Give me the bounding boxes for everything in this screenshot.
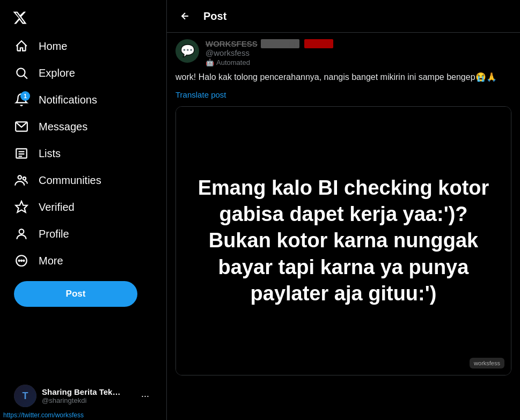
bell-icon: 1 — [14, 92, 29, 107]
status-bar: https://twitter.com/worksfess — [0, 410, 87, 420]
home-icon — [14, 39, 29, 54]
tweet-user-info: WORKSFESS ■■■■■■■■ ■■■■■■ @worksfess 🤖 A… — [206, 39, 334, 67]
sidebar-item-home[interactable]: Home — [6, 33, 160, 59]
translate-link[interactable]: Translate post — [175, 90, 226, 99]
image-card-content: Emang kalo BI checking kotor gabisa dape… — [176, 107, 511, 375]
sidebar-item-notifications[interactable]: 1 Notifications — [6, 87, 160, 113]
tweet-automated-label: 🤖 Automated — [206, 58, 334, 67]
mail-icon — [14, 119, 29, 134]
more-icon — [14, 253, 29, 268]
sidebar-item-profile[interactable]: Profile — [6, 221, 160, 247]
svg-point-12 — [19, 260, 20, 261]
profile-label: Profile — [39, 228, 69, 240]
avatar: T — [14, 385, 36, 407]
sidebar-item-verified[interactable]: Verified — [6, 194, 160, 220]
svg-point-7 — [18, 175, 22, 179]
page-title: Post — [203, 10, 226, 23]
notifications-label: Notifications — [39, 94, 97, 106]
post-button[interactable]: Post — [14, 281, 137, 307]
account-more-dots[interactable]: ··· — [141, 390, 149, 402]
avatar-letter: T — [23, 390, 28, 402]
sidebar-item-explore[interactable]: Explore — [6, 60, 160, 86]
tweet-content: work! Halo kak tolong pencerahannya, nan… — [175, 71, 511, 84]
person-icon — [14, 226, 29, 241]
account-handle: @sharingtekdi — [42, 396, 136, 404]
main-content: Post 💬 WORKSFESS ■■■■■■■■ ■■■■■■ @worksf… — [166, 0, 520, 420]
more-label: More — [39, 255, 63, 267]
automated-text: Automated — [216, 58, 250, 67]
sidebar-item-lists[interactable]: Lists — [6, 141, 160, 166]
sidebar-item-communities[interactable]: Communities — [6, 167, 160, 193]
search-icon — [14, 65, 29, 80]
tweet-handle: @worksfess — [206, 48, 334, 57]
post-header: Post — [167, 0, 520, 33]
svg-point-10 — [19, 229, 24, 234]
x-logo-icon — [12, 10, 27, 25]
image-card: Emang kalo BI checking kotor gabisa dape… — [175, 106, 511, 375]
tweet-user-row: 💬 WORKSFESS ■■■■■■■■ ■■■■■■ @worksfess 🤖… — [175, 39, 511, 67]
username-redacted2: ■■■■■■ — [304, 39, 333, 48]
verified-label: Verified — [39, 201, 75, 213]
username-redacted1: ■■■■■■■■ — [261, 39, 299, 48]
sidebar-item-messages[interactable]: Messages — [6, 114, 160, 139]
account-info: Sharing Berita Tek… @sharingtekdi — [42, 387, 136, 404]
messages-label: Messages — [39, 121, 87, 133]
account-name: Sharing Berita Tek… — [42, 387, 136, 396]
username-text: WORKSFESS — [206, 39, 258, 48]
svg-point-8 — [23, 177, 26, 180]
communities-label: Communities — [39, 174, 101, 187]
image-text: Emang kalo BI checking kotor gabisa dape… — [192, 175, 495, 307]
home-label: Home — [39, 40, 67, 53]
svg-point-13 — [21, 260, 22, 261]
explore-label: Explore — [39, 67, 75, 79]
sidebar: Home Explore 1 Notifications Messag — [0, 0, 166, 420]
robot-icon: 🤖 — [206, 58, 214, 67]
image-watermark: worksfess — [470, 358, 504, 369]
notification-badge: 1 — [20, 91, 30, 101]
svg-line-1 — [24, 76, 27, 79]
tweet-area: 💬 WORKSFESS ■■■■■■■■ ■■■■■■ @worksfess 🤖… — [167, 33, 520, 382]
svg-point-14 — [23, 260, 24, 261]
lists-label: Lists — [39, 148, 61, 160]
list-icon — [14, 146, 29, 161]
communities-icon — [14, 173, 29, 188]
sidebar-item-more[interactable]: More — [6, 248, 160, 274]
svg-marker-9 — [16, 201, 27, 212]
back-button[interactable] — [175, 6, 195, 26]
tweet-username: WORKSFESS ■■■■■■■■ ■■■■■■ — [206, 39, 334, 48]
avatar-image: T — [14, 385, 36, 407]
tweet-avatar: 💬 — [175, 39, 199, 63]
svg-point-0 — [17, 68, 25, 76]
verified-icon — [14, 200, 29, 215]
x-logo[interactable] — [6, 4, 33, 31]
account-switcher[interactable]: T Sharing Berita Tek… @sharingtekdi ··· — [6, 380, 157, 411]
